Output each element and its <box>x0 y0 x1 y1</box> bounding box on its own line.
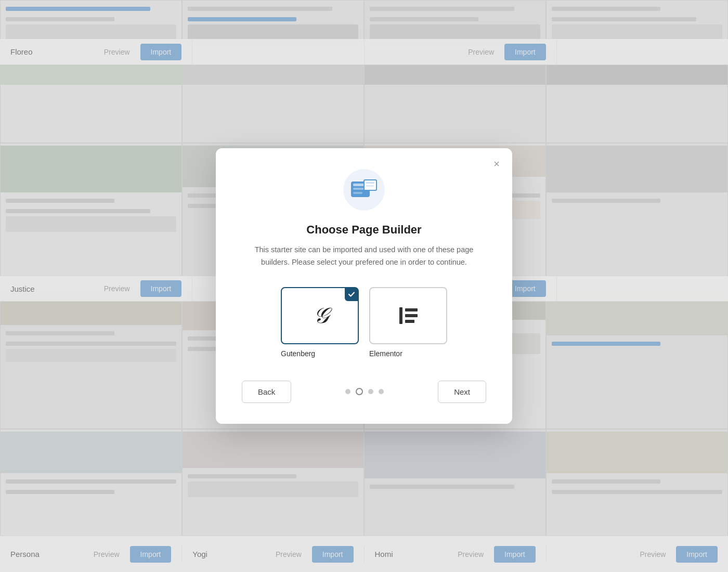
elementor-logo-icon <box>399 307 418 324</box>
gutenberg-option[interactable]: 𝒢 Gutenberg <box>281 287 359 358</box>
gutenberg-label: Gutenberg <box>281 349 359 358</box>
modal-title: Choose Page Builder <box>242 223 486 237</box>
choose-page-builder-modal: × Choo <box>216 148 512 423</box>
modal-footer: Back Next <box>242 381 486 403</box>
modal-backdrop: × Choo <box>0 0 728 572</box>
modal-close-button[interactable]: × <box>489 157 504 171</box>
elementor-card[interactable] <box>369 287 447 344</box>
progress-dot-4 <box>379 389 384 394</box>
close-icon: × <box>493 158 500 170</box>
page-builder-icon <box>351 179 377 200</box>
builder-options: 𝒢 Gutenberg <box>242 287 486 358</box>
elementor-label: Elementor <box>369 349 447 358</box>
elementor-hbar-3 <box>405 320 414 323</box>
modal-icon-circle <box>343 169 385 211</box>
progress-dot-2 <box>356 388 363 395</box>
elementor-hbar-2 <box>405 314 418 317</box>
elementor-horizontal-bars <box>405 308 418 323</box>
elementor-option[interactable]: Elementor <box>369 287 447 358</box>
next-button[interactable]: Next <box>438 381 486 403</box>
gutenberg-check-badge <box>345 288 358 301</box>
modal-description: This starter site can be imported and us… <box>242 244 486 268</box>
progress-dot-1 <box>345 389 350 394</box>
gutenberg-logo-icon: 𝒢 <box>312 305 328 327</box>
elementor-vertical-bar <box>399 307 402 324</box>
progress-indicator <box>345 388 384 395</box>
back-button[interactable]: Back <box>242 381 291 403</box>
modal-icon-area <box>242 169 486 211</box>
elementor-icon-group <box>399 307 418 324</box>
progress-dot-3 <box>368 389 373 394</box>
gutenberg-card[interactable]: 𝒢 <box>281 287 359 344</box>
elementor-hbar-1 <box>405 308 418 311</box>
